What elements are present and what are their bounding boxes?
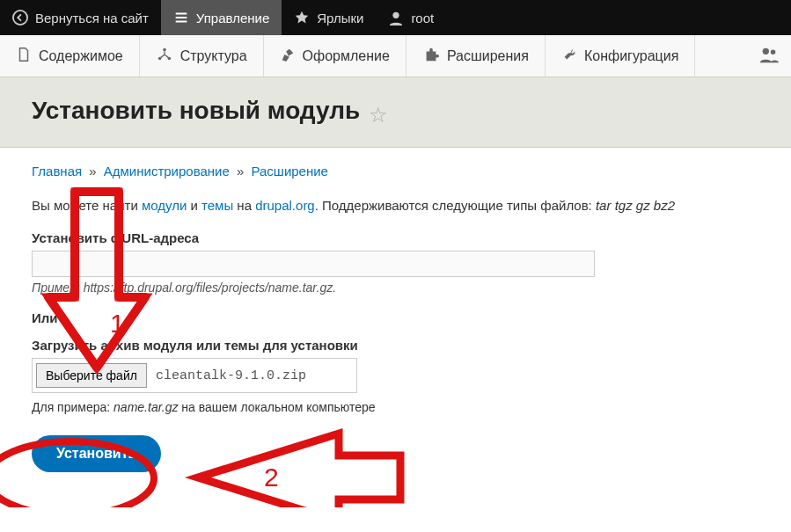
help-suffix: . Поддерживаются следующие типы файлов: [315,198,596,213]
install-button[interactable]: Установить [32,435,161,472]
eg-suffix: на вашем локальном компьютере [178,400,375,414]
user-menu[interactable]: root [376,0,446,35]
user-label: root [411,11,434,26]
tab-config-label: Конфигурация [584,48,678,64]
eg-prefix: Для примера: [32,400,114,414]
drupal-link[interactable]: drupal.org [255,198,315,213]
choose-file-button[interactable]: Выберите файл [36,363,147,388]
url-hint-url: https://ftp.drupal.org/files/projects/na… [84,281,333,295]
file-input-wrapper: Выберите файл cleantalk-9.1.0.zip [32,358,357,393]
help-prefix: Вы можете найти [32,198,142,213]
url-hint: Пример: https://ftp.drupal.org/files/pro… [32,281,759,295]
tab-structure-label: Структура [180,48,247,64]
page-header: Установить новый модуль ☆ [0,77,791,148]
eg-file: name.tar.gz [114,400,178,414]
svg-point-2 [163,47,166,51]
back-arrow-icon [12,10,28,26]
upload-example: Для примера: name.tar.gz на вашем локаль… [32,400,759,414]
breadcrumb-sep: » [237,164,244,179]
upload-field-label: Загрузить архив модуля или темы для уста… [32,338,759,353]
tab-appearance[interactable]: Оформление [264,35,406,77]
svg-point-5 [763,48,769,55]
breadcrumb: Главная » Администрирование » Расширение [32,164,759,179]
manage-label: Управление [196,11,269,26]
svg-point-1 [393,12,399,18]
document-icon [16,47,32,66]
chosen-filename: cleantalk-9.1.0.zip [156,368,306,383]
help-text: Вы можете найти модули и темы на drupal.… [32,198,759,213]
breadcrumb-extend[interactable]: Расширение [252,164,328,179]
modules-link[interactable]: модули [142,198,187,213]
page-title: Установить новый модуль [32,97,360,125]
back-to-site[interactable]: Вернуться на сайт [0,0,161,35]
tab-structure[interactable]: Структура [140,35,264,77]
tab-content-label: Содержимое [39,48,123,64]
tab-config[interactable]: Конфигурация [546,35,695,77]
structure-icon [156,47,173,66]
admin-menu: Содержимое Структура Оформление Расширен… [0,35,791,77]
svg-point-0 [13,11,27,25]
install-url-input[interactable] [32,251,595,277]
back-to-site-label: Вернуться на сайт [35,11,149,26]
shortcuts-label: Ярлыки [317,11,363,26]
help-on: на [233,198,255,213]
favorite-toggle-icon[interactable]: ☆ [369,103,388,127]
user-icon [388,10,404,26]
help-filetypes: tar tgz gz bz2 [596,198,675,213]
tab-extend-label: Расширения [447,48,529,64]
tab-content[interactable]: Содержимое [0,35,140,77]
manage-toggle[interactable]: Управление [161,0,282,35]
puzzle-icon [422,47,440,66]
svg-point-6 [771,50,776,55]
shortcuts[interactable]: Ярлыки [282,0,376,35]
star-icon [294,10,310,26]
url-field-label: Установить с URL-адреса [32,230,759,245]
or-separator: Или [32,310,759,325]
hamburger-icon [173,10,189,26]
annotation-number-2: 2 [264,463,279,492]
tab-appearance-label: Оформление [303,48,390,64]
tab-people[interactable] [747,35,791,77]
help-and: и [187,198,201,213]
breadcrumb-sep: » [89,164,96,179]
wrench-icon [561,47,577,66]
url-hint-prefix: Пример: [32,281,84,295]
brush-icon [280,47,296,66]
breadcrumb-home[interactable]: Главная [32,164,82,179]
people-icon [759,46,779,66]
breadcrumb-admin[interactable]: Администрирование [104,164,230,179]
themes-link[interactable]: темы [201,198,233,213]
tab-extend[interactable]: Расширения [406,35,546,77]
admin-toolbar: Вернуться на сайт Управление Ярлыки root [0,0,791,35]
url-hint-suffix: . [333,281,336,295]
page-content: Главная » Администрирование » Расширение… [0,148,791,507]
